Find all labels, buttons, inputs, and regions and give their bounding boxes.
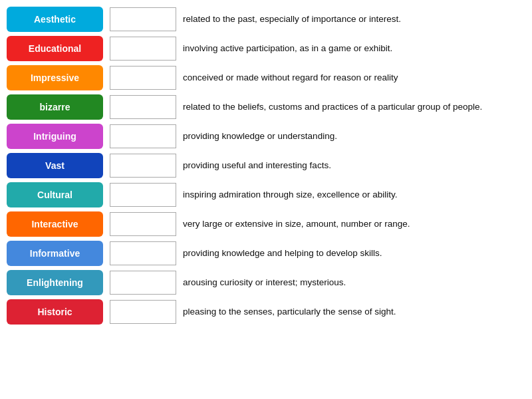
definition-text: providing knowledge and helping to devel… (183, 247, 382, 259)
definition-text: related to the past, especially of impor… (183, 13, 401, 25)
answer-box[interactable] (110, 183, 176, 207)
match-row: related to the past, especially of impor… (110, 7, 525, 32)
word-btn-informative[interactable]: Informative (7, 241, 103, 266)
answer-box[interactable] (110, 124, 176, 148)
match-row: providing knowledge and helping to devel… (110, 241, 525, 266)
word-btn-historic[interactable]: Historic (7, 299, 103, 325)
answer-box[interactable] (110, 212, 176, 236)
answer-box[interactable] (110, 300, 176, 324)
match-row: involving active participation, as in a … (110, 36, 525, 61)
match-row: very large or extensive in size, amount,… (110, 211, 525, 237)
definition-text: providing knowledge or understanding. (183, 130, 337, 142)
definition-text: inspiring admiration through size, excel… (183, 189, 397, 201)
matching-activity: AestheticEducationalImpressivebizarreInt… (7, 7, 525, 325)
match-row: arousing curiosity or interest; mysterio… (110, 270, 525, 295)
word-btn-cultural[interactable]: Cultural (7, 182, 103, 207)
match-row: providing knowledge or understanding. (110, 124, 525, 149)
answer-box[interactable] (110, 154, 176, 178)
answer-box[interactable] (110, 66, 176, 90)
answer-box[interactable] (110, 241, 176, 265)
answer-box[interactable] (110, 37, 176, 61)
definition-text: pleasing to the senses, particularly the… (183, 306, 396, 318)
answer-box[interactable] (110, 95, 176, 119)
match-row: related to the beliefs, customs and prac… (110, 94, 525, 120)
definition-text: providing useful and interesting facts. (183, 160, 331, 172)
word-btn-aesthetic[interactable]: Aesthetic (7, 7, 103, 32)
word-btn-educational[interactable]: Educational (7, 36, 103, 61)
word-btn-impressive[interactable]: Impressive (7, 65, 103, 90)
word-btn-interactive[interactable]: Interactive (7, 211, 103, 237)
word-btn-intriguing[interactable]: Intriguing (7, 124, 103, 149)
word-btn-enlightening[interactable]: Enlightening (7, 270, 103, 295)
answer-box[interactable] (110, 7, 176, 31)
words-column: AestheticEducationalImpressivebizarreInt… (7, 7, 103, 325)
match-row: pleasing to the senses, particularly the… (110, 299, 525, 325)
definition-text: conceived or made without regard for rea… (183, 72, 398, 84)
answer-box[interactable] (110, 271, 176, 295)
definition-text: very large or extensive in size, amount,… (183, 218, 410, 230)
definition-text: arousing curiosity or interest; mysterio… (183, 277, 346, 289)
definition-text: related to the beliefs, customs and prac… (183, 101, 482, 113)
definition-text: involving active participation, as in a … (183, 43, 392, 55)
word-btn-vast[interactable]: Vast (7, 153, 103, 178)
match-row: inspiring admiration through size, excel… (110, 182, 525, 207)
match-row: providing useful and interesting facts. (110, 153, 525, 178)
word-btn-bizarre[interactable]: bizarre (7, 94, 103, 120)
definitions-column: related to the past, especially of impor… (110, 7, 525, 325)
match-row: conceived or made without regard for rea… (110, 65, 525, 90)
